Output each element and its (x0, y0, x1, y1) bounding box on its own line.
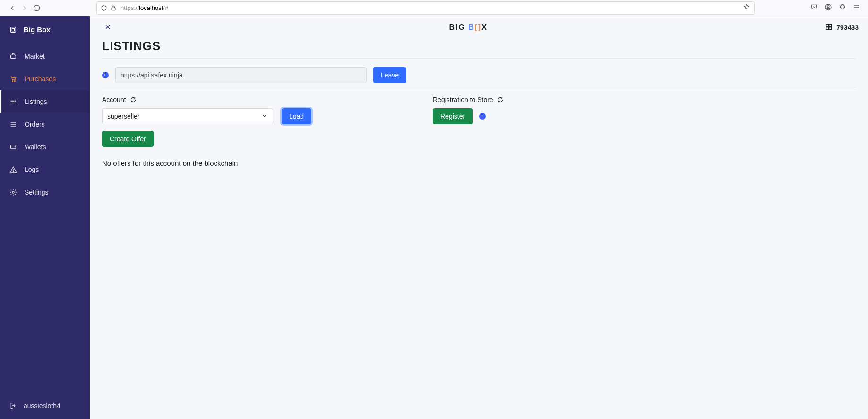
alert-icon (9, 166, 17, 173)
refresh-accounts-icon[interactable] (130, 96, 137, 103)
forward-button[interactable] (21, 4, 28, 12)
shield-icon (101, 5, 107, 11)
info-icon[interactable] (102, 72, 109, 78)
account-label: Account (102, 96, 126, 103)
app-logo-icon (9, 26, 17, 34)
svg-rect-4 (12, 28, 14, 31)
chevron-down-icon (261, 112, 268, 120)
sidebar-item-label: Wallets (25, 143, 46, 151)
create-offer-button[interactable]: Create Offer (102, 131, 154, 147)
sidebar-item-orders[interactable]: Orders (0, 113, 90, 136)
svg-point-2 (827, 6, 829, 8)
svg-rect-5 (11, 55, 16, 58)
account-select[interactable]: superseller (102, 108, 273, 124)
pocket-icon[interactable] (810, 3, 818, 12)
sidebar-user[interactable]: aussiesloth4 (0, 394, 90, 419)
app-title: Big Box (24, 26, 51, 34)
cart-icon (9, 75, 17, 83)
leave-button[interactable]: Leave (373, 67, 406, 83)
sidebar-item-label: Purchases (25, 75, 56, 83)
svg-point-7 (14, 81, 15, 82)
close-button[interactable] (104, 23, 112, 32)
load-button[interactable]: Load (282, 108, 311, 124)
gear-icon (9, 188, 17, 196)
svg-point-6 (12, 81, 13, 82)
sidebar-item-purchases[interactable]: Purchases (0, 68, 90, 90)
extensions-icon[interactable] (839, 3, 846, 12)
sidebar-item-label: Market (25, 52, 45, 60)
block-count-value: 793433 (836, 24, 859, 31)
register-label: Registration to Store (433, 96, 493, 103)
sidebar: Big Box Market Purchases Listings Orders… (0, 16, 90, 419)
briefcase-icon (9, 52, 17, 60)
svg-rect-12 (829, 24, 832, 26)
user-name: aussiesloth4 (24, 402, 60, 410)
api-url-input[interactable] (115, 67, 367, 83)
url-bar[interactable]: https://localhost/# (96, 1, 755, 15)
toolbar-logo: BIG B[]X (112, 23, 825, 32)
sidebar-item-label: Logs (25, 166, 39, 173)
no-offers-message: No offers for this account on the blockc… (102, 159, 856, 167)
svg-rect-3 (11, 27, 16, 32)
refresh-store-icon[interactable] (497, 96, 504, 103)
top-toolbar: BIG B[]X 793433 (90, 16, 868, 39)
svg-point-9 (13, 171, 13, 171)
wallet-icon (9, 143, 17, 151)
account-selected-value: superseller (107, 112, 139, 120)
page-title: LISTINGS (102, 39, 856, 53)
block-counter: 793433 (825, 23, 859, 32)
svg-rect-0 (112, 8, 115, 10)
orders-icon (9, 120, 17, 128)
bookmark-star-icon[interactable] (743, 3, 750, 12)
sidebar-item-label: Orders (25, 120, 45, 128)
svg-point-10 (12, 191, 14, 193)
refresh-button[interactable] (33, 4, 41, 12)
account-icon[interactable] (825, 3, 832, 12)
sidebar-header: Big Box (0, 16, 90, 43)
sidebar-item-label: Listings (25, 98, 47, 105)
svg-rect-14 (829, 27, 832, 29)
sidebar-item-logs[interactable]: Logs (0, 158, 90, 181)
sidebar-item-wallets[interactable]: Wallets (0, 136, 90, 158)
sidebar-item-label: Settings (25, 188, 49, 196)
sidebar-item-market[interactable]: Market (0, 45, 90, 68)
sidebar-item-listings[interactable]: Listings (0, 90, 90, 113)
lock-icon (110, 5, 117, 11)
register-button[interactable]: Register (433, 108, 473, 124)
listings-icon (9, 98, 17, 105)
back-button[interactable] (9, 4, 16, 12)
menu-icon[interactable] (853, 3, 860, 12)
svg-rect-13 (826, 27, 829, 29)
browser-chrome: https://localhost/# (0, 0, 868, 16)
blocks-icon (825, 23, 833, 32)
register-info-icon[interactable] (479, 113, 486, 120)
sidebar-item-settings[interactable]: Settings (0, 181, 90, 204)
logout-icon (9, 402, 17, 410)
svg-rect-11 (826, 24, 829, 26)
url-text: https://localhost/# (120, 4, 168, 11)
